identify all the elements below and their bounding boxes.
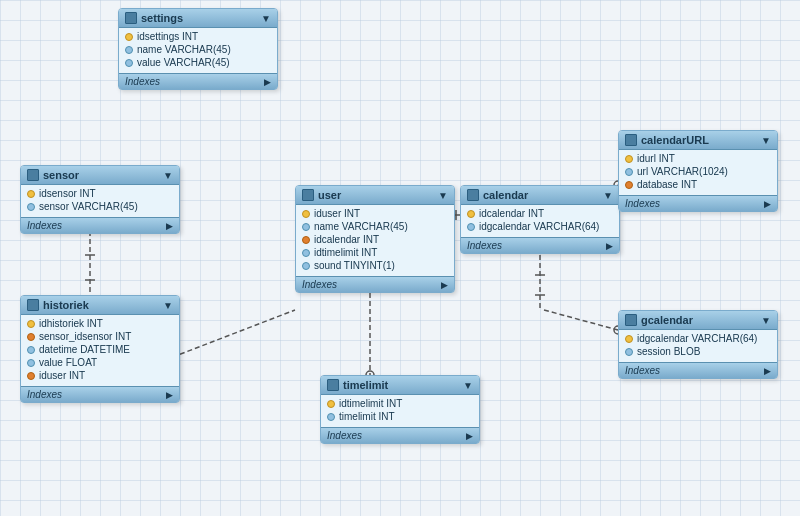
header-arrow-historiek: ▼ <box>163 300 173 311</box>
field-text: timelimit INT <box>339 411 395 422</box>
field-text: idhistoriek INT <box>39 318 103 329</box>
indexes-row-calendar[interactable]: Indexes▶ <box>461 237 619 253</box>
field-text: sensor VARCHAR(45) <box>39 201 138 212</box>
table-body-user: iduser INTname VARCHAR(45)idcalendar INT… <box>296 205 454 274</box>
indexes-label: Indexes <box>625 365 660 376</box>
field-icon-fk <box>27 333 35 341</box>
indexes-arrow: ▶ <box>166 221 173 231</box>
field-icon-key <box>327 400 335 408</box>
field-row-0: idsettings INT <box>119 30 277 43</box>
field-text: value VARCHAR(45) <box>137 57 230 68</box>
indexes-arrow: ▶ <box>606 241 613 251</box>
table-name-historiek: historiek <box>43 299 89 311</box>
field-row-2: value VARCHAR(45) <box>119 56 277 69</box>
field-text: name VARCHAR(45) <box>314 221 408 232</box>
table-icon-calendarURL <box>625 134 637 146</box>
table-header-sensor[interactable]: sensor▼ <box>21 166 179 185</box>
indexes-row-historiek[interactable]: Indexes▶ <box>21 386 179 402</box>
indexes-row-sensor[interactable]: Indexes▶ <box>21 217 179 233</box>
field-icon-key <box>467 210 475 218</box>
field-row-1: name VARCHAR(45) <box>119 43 277 56</box>
table-icon-timelimit <box>327 379 339 391</box>
field-row-4: iduser INT <box>21 369 179 382</box>
header-arrow-calendar: ▼ <box>603 190 613 201</box>
field-text: sound TINYINT(1) <box>314 260 395 271</box>
field-row-0: idcalendar INT <box>461 207 619 220</box>
field-text: sensor_idsensor INT <box>39 331 131 342</box>
table-header-gcalendar[interactable]: gcalendar▼ <box>619 311 777 330</box>
table-header-historiek[interactable]: historiek▼ <box>21 296 179 315</box>
table-name-timelimit: timelimit <box>343 379 388 391</box>
field-row-2: datetime DATETIME <box>21 343 179 356</box>
table-body-timelimit: idtimelimit INTtimelimit INT <box>321 395 479 425</box>
table-header-user[interactable]: user▼ <box>296 186 454 205</box>
field-text: iduser INT <box>39 370 85 381</box>
svg-line-3 <box>165 310 295 360</box>
field-text: idtimelimit INT <box>339 398 402 409</box>
table-header-settings[interactable]: settings▼ <box>119 9 277 28</box>
indexes-arrow: ▶ <box>264 77 271 87</box>
indexes-arrow: ▶ <box>466 431 473 441</box>
field-row-1: session BLOB <box>619 345 777 358</box>
field-text: value FLOAT <box>39 357 97 368</box>
table-user: user▼iduser INTname VARCHAR(45)idcalenda… <box>295 185 455 293</box>
field-row-4: sound TINYINT(1) <box>296 259 454 272</box>
indexes-row-settings[interactable]: Indexes▶ <box>119 73 277 89</box>
table-icon-settings <box>125 12 137 24</box>
table-name-sensor: sensor <box>43 169 79 181</box>
field-row-0: idsensor INT <box>21 187 179 200</box>
field-icon-normal <box>27 346 35 354</box>
header-arrow-timelimit: ▼ <box>463 380 473 391</box>
header-arrow-user: ▼ <box>438 190 448 201</box>
table-body-sensor: idsensor INTsensor VARCHAR(45) <box>21 185 179 215</box>
field-icon-fk <box>302 236 310 244</box>
field-icon-fk <box>27 372 35 380</box>
field-text: iduser INT <box>314 208 360 219</box>
field-icon-key <box>125 33 133 41</box>
indexes-arrow: ▶ <box>764 199 771 209</box>
table-header-timelimit[interactable]: timelimit▼ <box>321 376 479 395</box>
table-body-settings: idsettings INTname VARCHAR(45)value VARC… <box>119 28 277 71</box>
field-text: database INT <box>637 179 697 190</box>
table-calendar: calendar▼idcalendar INTidgcalendar VARCH… <box>460 185 620 254</box>
table-icon-historiek <box>27 299 39 311</box>
table-body-calendarURL: idurl INTurl VARCHAR(1024)database INT <box>619 150 777 193</box>
field-icon-key <box>302 210 310 218</box>
indexes-label: Indexes <box>467 240 502 251</box>
field-icon-normal <box>302 249 310 257</box>
field-text: idsensor INT <box>39 188 96 199</box>
table-name-calendarURL: calendarURL <box>641 134 709 146</box>
indexes-row-timelimit[interactable]: Indexes▶ <box>321 427 479 443</box>
field-row-0: idgcalendar VARCHAR(64) <box>619 332 777 345</box>
field-icon-normal <box>625 168 633 176</box>
table-icon-sensor <box>27 169 39 181</box>
field-text: idgcalendar VARCHAR(64) <box>637 333 757 344</box>
field-icon-key <box>27 320 35 328</box>
indexes-row-user[interactable]: Indexes▶ <box>296 276 454 292</box>
svg-line-19 <box>544 310 618 330</box>
table-gcalendar: gcalendar▼idgcalendar VARCHAR(64)session… <box>618 310 778 379</box>
table-sensor: sensor▼idsensor INTsensor VARCHAR(45)Ind… <box>20 165 180 234</box>
table-header-calendar[interactable]: calendar▼ <box>461 186 619 205</box>
field-icon-normal <box>27 359 35 367</box>
field-icon-normal <box>302 262 310 270</box>
table-header-calendarURL[interactable]: calendarURL▼ <box>619 131 777 150</box>
field-icon-normal <box>327 413 335 421</box>
indexes-arrow: ▶ <box>441 280 448 290</box>
table-settings: settings▼idsettings INTname VARCHAR(45)v… <box>118 8 278 90</box>
header-arrow-gcalendar: ▼ <box>761 315 771 326</box>
table-body-historiek: idhistoriek INTsensor_idsensor INTdateti… <box>21 315 179 384</box>
field-row-0: iduser INT <box>296 207 454 220</box>
table-name-settings: settings <box>141 12 183 24</box>
header-arrow-calendarURL: ▼ <box>761 135 771 146</box>
field-text: idurl INT <box>637 153 675 164</box>
field-icon-normal <box>302 223 310 231</box>
field-text: idsettings INT <box>137 31 198 42</box>
indexes-row-calendarURL[interactable]: Indexes▶ <box>619 195 777 211</box>
table-timelimit: timelimit▼idtimelimit INTtimelimit INTIn… <box>320 375 480 444</box>
indexes-row-gcalendar[interactable]: Indexes▶ <box>619 362 777 378</box>
header-arrow-sensor: ▼ <box>163 170 173 181</box>
field-row-3: value FLOAT <box>21 356 179 369</box>
field-row-1: idgcalendar VARCHAR(64) <box>461 220 619 233</box>
field-row-2: idcalendar INT <box>296 233 454 246</box>
